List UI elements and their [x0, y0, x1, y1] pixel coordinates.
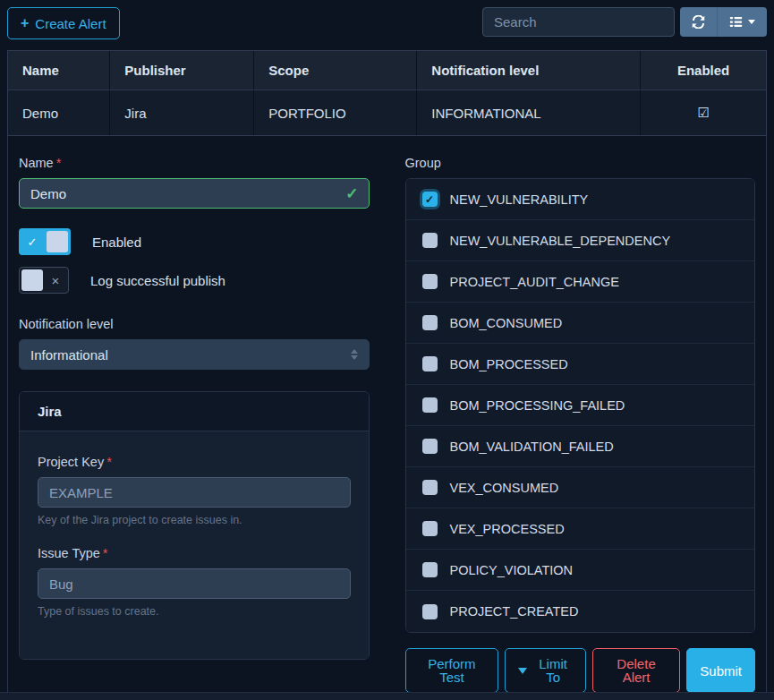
create-alert-label: Create Alert: [35, 17, 106, 30]
group-checkbox[interactable]: [422, 356, 438, 371]
notification-level-section: Notification level Informational: [19, 317, 370, 370]
publisher-card-title: Jira: [20, 392, 369, 431]
group-row: PROJECT_AUDIT_CHANGE: [406, 261, 755, 303]
notification-level-value: Informational: [30, 347, 108, 363]
name-label-text: Name: [19, 156, 54, 170]
alert-detail-panel: Name* ✓ ✓ Enabled × Log successful publi…: [7, 136, 767, 695]
group-list-label: Group: [405, 156, 756, 170]
enabled-toggle[interactable]: ✓: [19, 228, 71, 255]
submit-button[interactable]: Submit: [686, 648, 755, 693]
limit-to-button[interactable]: Limit To: [505, 648, 585, 693]
delete-alert-label: Delete Alert: [606, 657, 668, 684]
cell-publisher: Jira: [110, 90, 254, 135]
limit-to-label: Limit To: [533, 657, 572, 684]
group-row: BOM_PROCESSED: [406, 344, 755, 385]
group-label: BOM_VALIDATION_FAILED: [450, 440, 614, 454]
group-checkbox[interactable]: [422, 315, 438, 330]
refresh-icon: [692, 15, 705, 29]
group-checkbox[interactable]: [422, 233, 438, 248]
delete-alert-button[interactable]: Delete Alert: [592, 648, 681, 693]
refresh-button[interactable]: [680, 7, 717, 37]
required-asterisk: *: [106, 455, 112, 469]
publisher-card-body: Project Key* Key of the Jira project to …: [20, 431, 369, 659]
group-label: VEX_CONSUMED: [450, 481, 559, 495]
column-header-enabled[interactable]: Enabled: [641, 51, 766, 90]
plus-icon: +: [21, 16, 29, 30]
column-header-scope[interactable]: Scope: [254, 51, 417, 90]
group-label: BOM_PROCESSED: [450, 357, 568, 371]
column-header-name[interactable]: Name: [8, 51, 110, 90]
columns-dropdown-button[interactable]: [717, 7, 767, 37]
group-row: NEW_VULNERABILITY: [406, 179, 755, 220]
search-input[interactable]: [482, 7, 675, 37]
name-input[interactable]: [19, 178, 370, 209]
group-label: NEW_VULNERABILITY: [450, 192, 589, 207]
name-input-wrap: ✓: [19, 178, 370, 209]
cell-name: Demo: [8, 90, 110, 135]
toggle-knob: [21, 269, 43, 291]
column-header-publisher[interactable]: Publisher: [110, 51, 254, 90]
group-label: NEW_VULNERABLE_DEPENDENCY: [450, 234, 671, 248]
group-checkbox[interactable]: [422, 604, 438, 619]
issue-type-field: Issue Type* Type of issues to create.: [38, 546, 351, 618]
alerts-table: Name Publisher Scope Notification level …: [7, 50, 767, 136]
enabled-checkbox-glyph: ☑: [697, 105, 709, 120]
group-label: BOM_PROCESSING_FAILED: [450, 398, 625, 413]
toolbar: + Create Alert: [7, 7, 767, 39]
group-label: POLICY_VIOLATION: [450, 563, 574, 577]
group-row: BOM_VALIDATION_FAILED: [406, 426, 755, 467]
table-row[interactable]: Demo Jira PORTFOLIO INFORMATIONAL ☑: [8, 90, 766, 135]
group-row: BOM_PROCESSING_FAILED: [406, 385, 755, 426]
select-caret-icon: [351, 349, 358, 360]
required-asterisk: *: [103, 546, 108, 560]
columns-icon: [729, 15, 743, 29]
log-publish-toggle-label: Log successful publish: [90, 273, 225, 288]
table-header-row: Name Publisher Scope Notification level …: [8, 51, 766, 90]
right-column: Group NEW_VULNERABILITY NEW_VULNERABLE_D…: [405, 156, 756, 694]
perform-test-button[interactable]: Perform Test: [405, 648, 499, 693]
alerts-page: + Create Alert: [0, 0, 774, 700]
toggle-knob: [47, 231, 68, 252]
group-checkbox[interactable]: [422, 274, 438, 289]
group-label: PROJECT_AUDIT_CHANGE: [450, 275, 619, 289]
required-asterisk: *: [56, 156, 62, 170]
group-checkbox[interactable]: [422, 562, 438, 577]
action-buttons: Perform Test Limit To Delete Alert Submi…: [405, 648, 756, 693]
group-checkbox[interactable]: [422, 439, 438, 454]
group-label: BOM_CONSUMED: [450, 316, 563, 330]
notification-level-select[interactable]: Informational: [19, 339, 370, 370]
project-key-help: Key of the Jira project to create issues…: [38, 514, 351, 526]
valid-check-icon: ✓: [345, 184, 358, 203]
cell-enabled: ☑: [641, 90, 766, 135]
name-field-label: Name*: [19, 156, 370, 170]
group-row: VEX_CONSUMED: [406, 467, 755, 508]
project-key-label: Project Key*: [38, 455, 351, 469]
log-publish-toggle-row: × Log successful publish: [19, 267, 370, 294]
left-column: Name* ✓ ✓ Enabled × Log successful publi…: [19, 156, 370, 694]
log-publish-toggle[interactable]: ×: [19, 267, 69, 294]
issue-type-input[interactable]: [38, 568, 351, 599]
column-header-notification-level[interactable]: Notification level: [417, 51, 641, 90]
cell-scope: PORTFOLIO: [254, 90, 417, 135]
group-checkbox[interactable]: [422, 397, 438, 413]
group-checkbox[interactable]: [422, 192, 438, 207]
project-key-input[interactable]: [38, 477, 351, 508]
group-row: NEW_VULNERABLE_DEPENDENCY: [406, 220, 755, 261]
toggle-check-icon: ✓: [19, 228, 46, 255]
cell-notification-level: INFORMATIONAL: [417, 90, 641, 135]
group-checkbox[interactable]: [422, 521, 438, 536]
caret-down-icon: [748, 20, 755, 24]
project-key-field: Project Key* Key of the Jira project to …: [38, 455, 351, 526]
group-row: PROJECT_CREATED: [406, 591, 755, 632]
submit-label: Submit: [700, 664, 742, 678]
issue-type-label-text: Issue Type: [38, 546, 100, 560]
group-checkbox[interactable]: [422, 480, 438, 495]
notification-level-label: Notification level: [19, 317, 370, 331]
group-label: PROJECT_CREATED: [450, 604, 579, 619]
create-alert-button[interactable]: + Create Alert: [7, 7, 120, 39]
toggle-cross-icon: ×: [43, 268, 68, 293]
issue-type-label: Issue Type*: [38, 546, 351, 560]
group-row: VEX_PROCESSED: [406, 508, 755, 550]
toolbar-right: [482, 7, 767, 37]
group-list: NEW_VULNERABILITY NEW_VULNERABLE_DEPENDE…: [405, 178, 756, 633]
